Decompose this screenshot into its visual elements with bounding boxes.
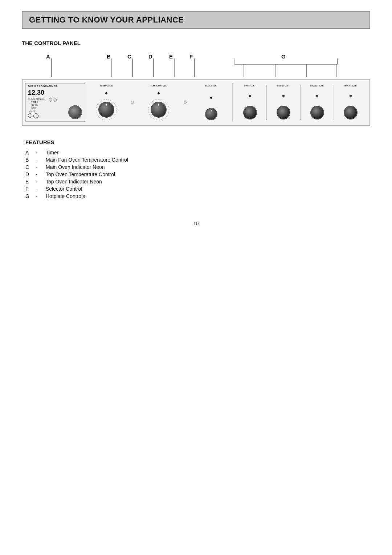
feature-dash-d: - — [36, 171, 46, 177]
temperature-indicator-dot — [158, 92, 160, 94]
hotplate-back-left: BACK LEFT — [234, 83, 266, 122]
prog-icons — [49, 98, 57, 102]
hotplate-front-left: FRONT LEFT — [268, 83, 299, 122]
control-panel-section: THE CONTROL PANEL — [22, 40, 370, 199]
front-left-dot — [282, 95, 285, 97]
feature-text-c: Main Oven Indicator Neon — [46, 164, 370, 170]
back-right-knob[interactable] — [344, 106, 358, 119]
main-oven-tick — [106, 104, 107, 106]
hotplate-section: BACK LEFT FRONT LEFT — [232, 83, 367, 122]
connector-lines — [22, 53, 370, 79]
back-right-label: BACK RIGHT — [344, 85, 357, 87]
feature-text-b: Main Fan Oven Temperature Control — [46, 157, 370, 163]
header-bar: GETTING TO KNOW YOUR APPLIANCE — [22, 11, 370, 29]
prog-circle-1 — [28, 113, 32, 118]
page: GETTING TO KNOW YOUR APPLIANCE THE CONTR… — [0, 0, 392, 555]
selector-label: SELECTOR — [205, 85, 217, 87]
temperature-knob[interactable] — [151, 102, 167, 118]
front-left-knob[interactable] — [277, 106, 290, 119]
feature-item-b: B-Main Fan Oven Temperature Control — [25, 157, 370, 163]
feature-dash-g: - — [36, 193, 46, 199]
front-left-scale — [277, 105, 290, 120]
temperature-section: TEMPERATURE — [139, 83, 178, 122]
control-panel-box: OVEN PROGRAMMER 12.30 CLOCK MANUAL + TIM… — [22, 79, 370, 126]
label-g: G — [281, 53, 286, 60]
features-section: FEATURES A-TimerB-Main Fan Oven Temperat… — [22, 139, 370, 199]
feature-letter-b: B — [25, 157, 36, 163]
label-d: D — [148, 53, 152, 60]
prog-circle-2 — [33, 113, 38, 118]
programmer-right — [49, 98, 57, 118]
page-title: GETTING TO KNOW YOUR APPLIANCE — [29, 15, 363, 25]
feature-letter-d: D — [25, 171, 36, 177]
main-oven-neon-section — [127, 83, 138, 122]
temperature-label: TEMPERATURE — [150, 85, 167, 87]
main-oven-label: MAIN OVEN — [100, 85, 113, 87]
clock-text: CLOCK MANUAL — [28, 98, 45, 100]
front-right-label: FRONT RIGHT — [310, 85, 324, 87]
feature-text-e: Top Oven Indicator Neon — [46, 179, 370, 185]
programmer-left: CLOCK MANUAL + TIMER + COOK + STOP AUTO — [28, 98, 45, 118]
prog-icon-2 — [53, 98, 57, 102]
hotplate-front-right: FRONT RIGHT — [301, 83, 333, 122]
back-left-scale — [243, 105, 257, 120]
hotplate-back-right: BACK RIGHT — [335, 83, 367, 122]
programmer-title: OVEN PROGRAMMER — [28, 85, 83, 88]
feature-dash-a: - — [36, 150, 46, 155]
feature-dash-b: - — [36, 157, 46, 163]
main-oven-knob[interactable] — [98, 102, 114, 118]
programmer-knob — [68, 105, 82, 119]
divider-2 — [300, 85, 301, 120]
feature-letter-a: A — [25, 150, 36, 155]
feature-item-a: A-Timer — [25, 150, 370, 155]
front-right-knob[interactable] — [310, 106, 324, 119]
back-left-label: BACK LEFT — [244, 85, 256, 87]
feature-letter-f: F — [25, 186, 36, 192]
main-oven-indicator-dot — [105, 92, 107, 94]
feature-text-f: Selector Control — [46, 186, 370, 192]
feature-letter-c: C — [25, 164, 36, 170]
programmer-section: OVEN PROGRAMMER 12.30 CLOCK MANUAL + TIM… — [25, 83, 85, 122]
feature-text-g: Hotplate Controls — [46, 193, 370, 199]
feature-letter-g: G — [25, 193, 36, 199]
back-left-dot — [249, 95, 251, 97]
feature-letter-e: E — [25, 179, 36, 185]
label-f: F — [189, 53, 193, 60]
feature-item-e: E-Top Oven Indicator Neon — [25, 179, 370, 185]
page-number: 10 — [22, 221, 370, 226]
prog-icon-1 — [49, 98, 52, 102]
features-title: FEATURES — [25, 139, 370, 145]
back-left-knob[interactable] — [243, 106, 257, 119]
selector-indicator-dot — [210, 97, 212, 99]
stop-text: + STOP — [28, 107, 45, 109]
selector-scale — [205, 108, 217, 120]
timer-text: + TIMER — [28, 101, 45, 103]
diagram-container: A B C D E F G OVEN PROGRAMMER 12.30 — [22, 53, 370, 126]
features-list: A-TimerB-Main Fan Oven Temperature Contr… — [25, 150, 370, 199]
divider-1 — [266, 85, 267, 120]
feature-text-a: Timer — [46, 150, 370, 155]
feature-dash-c: - — [36, 164, 46, 170]
front-right-scale — [310, 105, 324, 120]
cook-text: + COOK — [28, 104, 45, 106]
top-oven-neon-section — [180, 83, 190, 122]
front-left-label: FRONT LEFT — [277, 85, 290, 87]
control-panel-title: THE CONTROL PANEL — [22, 40, 370, 46]
selector-tick — [211, 110, 212, 112]
label-a: A — [46, 53, 50, 60]
back-right-scale — [344, 105, 358, 120]
selector-knob[interactable] — [205, 108, 217, 120]
label-b: B — [107, 53, 111, 60]
feature-text-d: Top Oven Temperature Control — [46, 171, 370, 177]
feature-item-f: F-Selector Control — [25, 186, 370, 192]
labels-above: A B C D E F G — [22, 53, 370, 79]
feature-item-d: D-Top Oven Temperature Control — [25, 171, 370, 177]
label-e: E — [169, 53, 173, 60]
temperature-scale — [148, 99, 169, 120]
label-c: C — [127, 53, 131, 60]
feature-dash-f: - — [36, 186, 46, 192]
feature-item-g: G-Hotplate Controls — [25, 193, 370, 199]
feature-item-c: C-Main Oven Indicator Neon — [25, 164, 370, 170]
main-oven-neon — [131, 101, 134, 104]
programmer-time: 12.30 — [28, 89, 83, 97]
